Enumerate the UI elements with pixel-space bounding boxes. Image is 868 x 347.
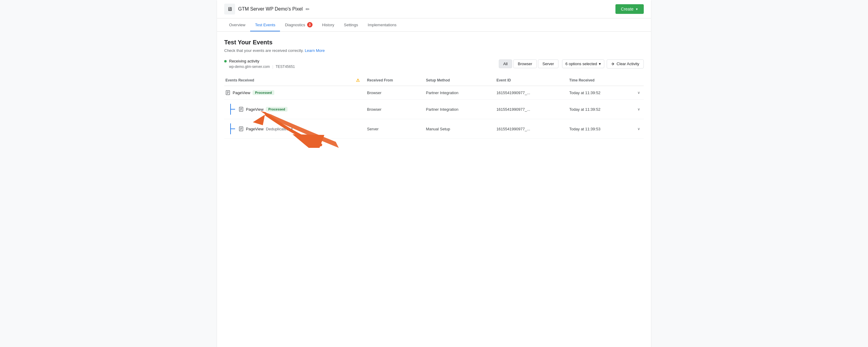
warning-cell <box>352 86 364 99</box>
col-time-received: Time Received <box>566 75 634 86</box>
page-subtitle: Check that your events are received corr… <box>224 48 644 53</box>
time-cell: Today at 11:39:52 <box>566 86 634 99</box>
page-icon <box>239 126 244 131</box>
received-from-cell: Browser <box>364 99 422 119</box>
event-name-cell: PageView Processed <box>224 86 352 99</box>
expand-cell[interactable]: ∨ <box>634 86 644 99</box>
status-badge-deduplicated: Deduplicated <box>266 127 289 131</box>
tab-overview[interactable]: Overview <box>224 19 250 31</box>
tab-history[interactable]: History <box>317 19 339 31</box>
col-event-id: Event ID <box>493 75 566 86</box>
options-label: 6 options selected <box>565 62 597 66</box>
activity-test-id: TEST45651 <box>276 64 295 69</box>
table-row[interactable]: PageView Deduplicated ℹ Server Manual Se… <box>224 119 644 139</box>
header-left: 🖥 GTM Server WP Demo's Pixel ✏ <box>224 4 310 15</box>
tab-implementations[interactable]: Implementations <box>363 19 401 31</box>
event-name: PageView <box>233 90 250 95</box>
page-icon <box>239 107 244 112</box>
activity-bar: Receiving activity wp-demo.gtm-server.co… <box>224 59 644 69</box>
status-badge: Processed <box>253 90 274 95</box>
activity-status: Receiving activity wp-demo.gtm-server.co… <box>224 59 295 69</box>
received-from-cell: Browser <box>364 86 422 99</box>
filter-controls: All Browser Server 6 options selected ▾ … <box>499 59 644 68</box>
separator: | <box>272 64 273 69</box>
page-icon <box>225 90 230 95</box>
events-table: Events Received ⚠ Received From Setup Me… <box>224 75 644 139</box>
dropdown-arrow-icon: ▼ <box>635 7 638 11</box>
expand-chevron-icon: ∨ <box>638 90 640 95</box>
event-name-cell: PageView Deduplicated ℹ <box>224 119 352 139</box>
clear-label: Clear Activity <box>617 62 639 66</box>
filter-browser-button[interactable]: Browser <box>513 59 537 68</box>
time-cell: Today at 11:39:53 <box>566 119 634 139</box>
received-from-cell: Server <box>364 119 422 139</box>
status-badge: Processed <box>266 107 287 112</box>
setup-method-cell: Partner Integration <box>422 86 493 99</box>
edit-icon[interactable]: ✏ <box>306 6 310 12</box>
activity-detail: wp-demo.gtm-server.com | TEST45651 <box>224 64 295 69</box>
filter-server-button[interactable]: Server <box>538 59 558 68</box>
table-row[interactable]: PageView Processed Browser Partner Integ… <box>224 86 644 99</box>
event-id-cell: 1615541990977_... <box>493 119 566 139</box>
expand-chevron-icon: ∨ <box>638 107 640 111</box>
tab-diagnostics[interactable]: Diagnostics 3 <box>280 19 317 32</box>
activity-domain: wp-demo.gtm-server.com <box>229 64 270 69</box>
setup-method-cell: Partner Integration <box>422 99 493 119</box>
expand-cell[interactable]: ∨ <box>634 99 644 119</box>
app-icon: 🖥 <box>224 4 235 15</box>
warning-cell <box>352 119 364 139</box>
warning-cell <box>352 99 364 119</box>
event-name: PageView <box>246 107 264 112</box>
options-select[interactable]: 6 options selected ▾ <box>562 59 604 68</box>
tabs-bar: Overview Test Events Diagnostics 3 Histo… <box>217 19 651 32</box>
info-icon[interactable]: ℹ <box>291 126 293 131</box>
col-received-from: Received From <box>364 75 422 86</box>
events-table-wrapper: Events Received ⚠ Received From Setup Me… <box>224 75 644 139</box>
col-setup-method: Setup Method <box>422 75 493 86</box>
activity-label: Receiving activity <box>224 59 295 63</box>
chevron-down-icon: ▾ <box>599 62 601 66</box>
tab-test-events[interactable]: Test Events <box>250 19 280 31</box>
monitor-icon: 🖥 <box>227 6 232 12</box>
diagnostics-badge: 3 <box>307 22 313 27</box>
filter-all-button[interactable]: All <box>499 59 512 68</box>
header: 🖥 GTM Server WP Demo's Pixel ✏ Create ▼ <box>217 0 651 19</box>
event-id-cell: 1615541990977_... <box>493 99 566 119</box>
warning-icon: ⚠ <box>356 78 360 83</box>
tab-settings[interactable]: Settings <box>339 19 363 31</box>
clear-activity-button[interactable]: ✈ Clear Activity <box>607 59 644 68</box>
col-events-received: Events Received <box>224 75 352 86</box>
event-name: PageView <box>246 127 264 131</box>
send-icon: ✈ <box>611 62 615 66</box>
main-content: Test Your Events Check that your events … <box>217 32 651 146</box>
learn-more-link[interactable]: Learn More <box>305 48 324 53</box>
active-dot <box>224 60 227 62</box>
col-expand <box>634 75 644 86</box>
table-row[interactable]: PageView Processed Browser Partner Integ… <box>224 99 644 119</box>
setup-method-cell: Manual Setup <box>422 119 493 139</box>
col-warning: ⚠ <box>352 75 364 86</box>
create-label: Create <box>621 7 633 11</box>
create-button[interactable]: Create ▼ <box>615 4 644 14</box>
event-id-cell: 1615541990977_... <box>493 86 566 99</box>
expand-chevron-icon: ∨ <box>638 127 640 131</box>
app-title: GTM Server WP Demo's Pixel <box>238 6 303 12</box>
event-name-cell: PageView Processed <box>224 99 352 119</box>
app-container: 🖥 GTM Server WP Demo's Pixel ✏ Create ▼ … <box>217 0 651 347</box>
time-cell: Today at 11:39:52 <box>566 99 634 119</box>
expand-cell[interactable]: ∨ <box>634 119 644 139</box>
page-title: Test Your Events <box>224 39 644 46</box>
